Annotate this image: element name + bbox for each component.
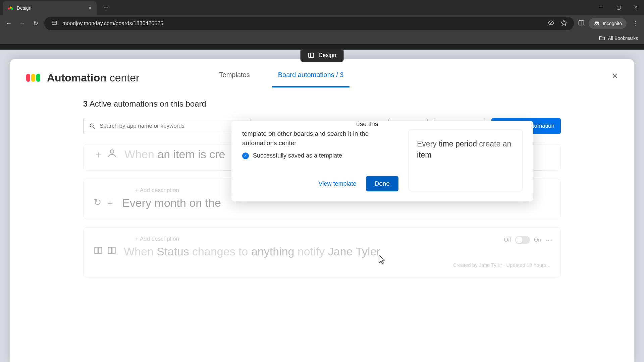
tab-board-automations[interactable]: Board automations / 3 xyxy=(272,68,350,87)
maximize-icon[interactable]: ▢ xyxy=(614,5,623,10)
automation-count: 3 Active automations on this board xyxy=(83,99,561,109)
check-circle-icon: ✓ xyxy=(242,153,249,159)
automation-rule-text: When an item is cre xyxy=(124,148,225,161)
bookmarks-bar: All Bookmarks xyxy=(0,32,644,44)
cursor-icon xyxy=(378,255,386,266)
svg-rect-7 xyxy=(579,20,584,25)
search-input-wrap[interactable] xyxy=(83,118,251,134)
new-tab-button[interactable]: + xyxy=(101,2,111,13)
template-preview-card: Every time period create an item xyxy=(409,129,523,191)
view-template-button[interactable]: View template xyxy=(314,177,361,191)
search-input[interactable] xyxy=(100,123,245,129)
popup-body-text: Everyone in your account will be able to… xyxy=(242,119,398,145)
toggle-switch[interactable] xyxy=(515,236,530,244)
modal-tabs: Templates Board automations / 3 xyxy=(213,68,350,87)
tab-bar: Design ✕ + — ▢ ✕ xyxy=(0,0,644,15)
automation-toggle-group: Off On ⋯ xyxy=(504,236,552,244)
svg-point-13 xyxy=(90,124,93,127)
all-bookmarks-button[interactable]: All Bookmarks xyxy=(599,35,638,42)
reload-icon[interactable]: ↻ xyxy=(31,20,40,27)
svg-marker-6 xyxy=(561,20,567,26)
svg-rect-19 xyxy=(112,247,115,254)
address-bar[interactable]: moodjoy.monday.com/boards/1830420525 xyxy=(44,17,574,30)
tab-templates[interactable]: Templates xyxy=(213,68,256,87)
url-text: moodjoy.monday.com/boards/1830420525 xyxy=(62,20,163,26)
toggle-off-label: Off xyxy=(504,237,511,243)
sidepanel-icon[interactable] xyxy=(578,19,585,27)
browser-menu-icon[interactable]: ⋮ xyxy=(631,20,640,27)
preview-text: Every time period create an item xyxy=(417,138,514,161)
plus-icon: ＋ xyxy=(105,197,115,209)
toggle-on-label: On xyxy=(534,237,541,243)
template-saved-popup: Everyone in your account will be able to… xyxy=(231,121,533,201)
board-icon xyxy=(107,246,116,257)
svg-rect-11 xyxy=(309,53,314,57)
incognito-label: Incognito xyxy=(603,21,622,26)
modal-header: Automation center Templates Board automa… xyxy=(26,68,618,87)
add-description-button[interactable]: + Add description xyxy=(135,236,550,242)
star-icon[interactable] xyxy=(560,19,567,27)
tab-title: Design xyxy=(17,5,85,11)
svg-point-2 xyxy=(11,8,13,10)
monday-logo-icon xyxy=(26,74,40,82)
svg-point-10 xyxy=(597,23,599,25)
favicon-monday-icon xyxy=(7,5,13,11)
success-message: ✓ Successfully saved as a template xyxy=(242,152,398,159)
kebab-menu-icon[interactable]: ⋯ xyxy=(545,236,552,244)
automation-center-modal: Automation center Templates Board automa… xyxy=(10,59,634,362)
person-icon xyxy=(107,148,117,161)
search-icon xyxy=(89,123,96,129)
close-window-icon[interactable]: ✕ xyxy=(631,5,641,10)
browser-tab[interactable]: Design ✕ xyxy=(3,1,97,15)
svg-rect-3 xyxy=(52,21,56,24)
svg-line-14 xyxy=(93,127,95,129)
refresh-icon: ↻ xyxy=(94,197,101,209)
modal-title: Automation center xyxy=(47,72,140,84)
tab-close-icon[interactable]: ✕ xyxy=(88,5,92,11)
back-icon[interactable]: ← xyxy=(4,20,13,27)
close-icon[interactable]: ✕ xyxy=(612,72,618,80)
board-name: Design xyxy=(319,52,336,59)
board-name-pill[interactable]: Design xyxy=(301,49,344,62)
svg-point-0 xyxy=(8,8,10,10)
done-button[interactable]: Done xyxy=(366,176,398,191)
window-controls: — ▢ ✕ xyxy=(596,0,641,15)
svg-rect-18 xyxy=(108,247,111,254)
svg-rect-16 xyxy=(95,247,98,254)
eye-off-icon[interactable] xyxy=(548,19,554,27)
incognito-pill[interactable]: Incognito xyxy=(589,18,627,29)
app-viewport: Design monday work management See plans … xyxy=(0,50,644,362)
automation-meta: Created by Jane Tyler · Updated 18 hours… xyxy=(94,262,550,268)
address-row: ← → ↻ moodjoy.monday.com/boards/18304205… xyxy=(0,15,644,32)
svg-point-15 xyxy=(110,150,114,153)
minimize-icon[interactable]: — xyxy=(596,5,606,10)
automation-card[interactable]: Off On ⋯ + Add description When Status c… xyxy=(83,227,561,278)
svg-point-9 xyxy=(595,23,596,25)
svg-rect-17 xyxy=(99,247,102,254)
forward-icon: → xyxy=(17,20,27,27)
automation-rule-text: Every month on the xyxy=(122,196,221,209)
board-icon xyxy=(94,246,103,257)
plus-icon: ＋ xyxy=(94,148,103,161)
automation-rule-text: When Status changes to anything notify J… xyxy=(124,245,380,258)
all-bookmarks-label: All Bookmarks xyxy=(608,36,638,41)
site-info-icon[interactable] xyxy=(51,19,58,27)
browser-chrome: Design ✕ + — ▢ ✕ ← → ↻ moodjoy.monday.co… xyxy=(0,0,644,44)
